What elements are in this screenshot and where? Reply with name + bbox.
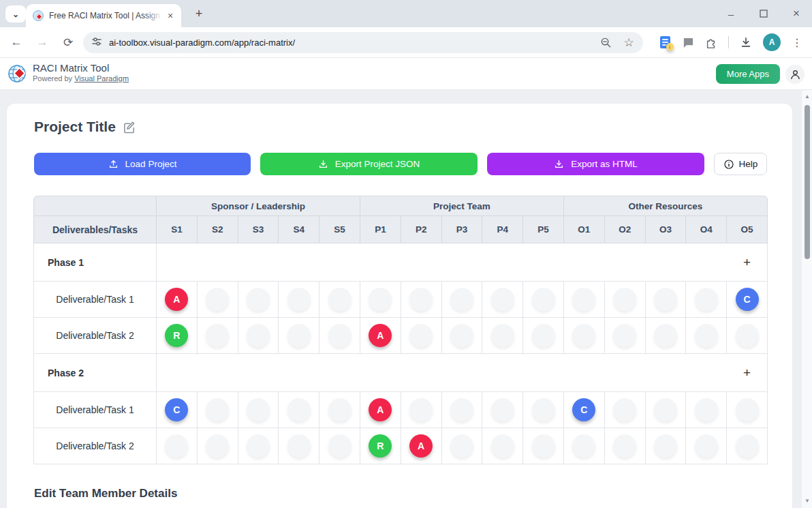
phase-label[interactable]: Phase 2 <box>33 354 157 392</box>
empty-assignment-circle[interactable] <box>247 398 270 421</box>
empty-assignment-circle[interactable] <box>613 398 636 421</box>
raci-badge-A[interactable]: A <box>409 434 433 458</box>
matrix-cell-O2[interactable] <box>605 392 646 428</box>
empty-assignment-circle[interactable] <box>654 434 677 458</box>
phase-label[interactable]: Phase 1 <box>33 243 157 282</box>
matrix-cell-S1[interactable]: C <box>157 392 198 428</box>
empty-assignment-circle[interactable] <box>695 324 718 347</box>
extensions-puzzle-icon[interactable] <box>705 36 717 48</box>
matrix-cell-O4[interactable] <box>686 392 727 428</box>
back-button[interactable]: ← <box>7 33 26 52</box>
matrix-cell-O1[interactable]: C <box>564 392 605 428</box>
empty-assignment-circle[interactable] <box>287 434 311 458</box>
matrix-cell-P4[interactable] <box>482 428 523 464</box>
matrix-cell-P5[interactable] <box>523 318 564 354</box>
matrix-column-header-S2[interactable]: S2 <box>198 216 238 243</box>
browser-profile-avatar[interactable]: A <box>763 33 781 51</box>
empty-assignment-circle[interactable] <box>491 288 514 311</box>
user-account-button[interactable] <box>785 65 805 84</box>
empty-assignment-circle[interactable] <box>206 398 229 421</box>
empty-assignment-circle[interactable] <box>532 324 555 347</box>
downloads-icon[interactable] <box>740 36 752 48</box>
matrix-cell-P5[interactable] <box>523 428 564 464</box>
docs-extension-icon[interactable]: ↓ <box>659 36 671 48</box>
add-task-button[interactable]: + <box>743 256 751 269</box>
matrix-cell-S5[interactable] <box>319 428 360 464</box>
empty-assignment-circle[interactable] <box>247 324 270 347</box>
empty-assignment-circle[interactable] <box>736 398 759 421</box>
matrix-cell-S3[interactable] <box>238 428 279 464</box>
matrix-cell-P4[interactable] <box>482 282 523 318</box>
empty-assignment-circle[interactable] <box>328 398 352 421</box>
matrix-cell-O1[interactable] <box>564 282 605 318</box>
minimize-button[interactable]: – <box>725 8 737 20</box>
empty-assignment-circle[interactable] <box>287 324 311 347</box>
bookmark-star-icon[interactable]: ☆ <box>623 37 635 49</box>
raci-badge-A[interactable]: A <box>369 398 392 421</box>
tab-close-icon[interactable]: × <box>165 10 176 21</box>
zoom-out-icon[interactable] <box>599 37 612 49</box>
empty-assignment-circle[interactable] <box>532 434 555 458</box>
empty-assignment-circle[interactable] <box>491 324 514 347</box>
raci-badge-A[interactable]: A <box>369 324 392 347</box>
raci-badge-R[interactable]: R <box>165 324 188 347</box>
matrix-column-header-P2[interactable]: P2 <box>401 216 442 243</box>
matrix-cell-S5[interactable] <box>319 318 360 354</box>
matrix-cell-S1[interactable] <box>157 428 198 464</box>
empty-assignment-circle[interactable] <box>450 288 473 311</box>
matrix-cell-O3[interactable] <box>646 318 687 354</box>
matrix-cell-O5[interactable]: C <box>727 282 768 318</box>
empty-assignment-circle[interactable] <box>695 434 718 458</box>
matrix-column-header-S4[interactable]: S4 <box>279 216 319 243</box>
export-html-button[interactable]: Export as HTML <box>487 153 704 175</box>
matrix-cell-P3[interactable] <box>442 392 483 428</box>
address-bar[interactable]: ai-toolbox.visual-paradigm.com/app/raci-… <box>83 32 643 53</box>
matrix-cell-P1[interactable] <box>360 282 401 318</box>
page-scrollbar[interactable]: ▲ ▼ <box>801 90 812 508</box>
matrix-cell-S2[interactable] <box>198 318 238 354</box>
matrix-cell-S1[interactable]: A <box>157 282 198 318</box>
empty-assignment-circle[interactable] <box>409 398 433 421</box>
matrix-cell-S5[interactable] <box>319 282 360 318</box>
matrix-cell-O2[interactable] <box>605 428 646 464</box>
task-label[interactable]: Deliverable/Task 1 <box>33 392 157 428</box>
matrix-cell-P1[interactable]: R <box>360 428 401 464</box>
load-project-button[interactable]: Load Project <box>34 153 251 175</box>
empty-assignment-circle[interactable] <box>613 434 636 458</box>
matrix-cell-S4[interactable] <box>279 428 319 464</box>
matrix-cell-P5[interactable] <box>523 392 564 428</box>
matrix-cell-S4[interactable] <box>279 282 319 318</box>
matrix-cell-P2[interactable] <box>401 392 442 428</box>
matrix-cell-O5[interactable] <box>727 392 768 428</box>
maximize-button[interactable] <box>758 8 770 20</box>
scrollbar-thumb[interactable] <box>805 105 810 259</box>
reload-button[interactable]: ⟳ <box>59 33 78 52</box>
matrix-cell-P1[interactable]: A <box>360 318 401 354</box>
matrix-cell-O5[interactable] <box>727 318 768 354</box>
matrix-cell-O1[interactable] <box>564 428 605 464</box>
empty-assignment-circle[interactable] <box>450 434 473 458</box>
site-settings-icon[interactable] <box>91 36 102 50</box>
matrix-column-header-O2[interactable]: O2 <box>605 216 646 243</box>
edit-title-icon[interactable] <box>123 121 136 134</box>
matrix-cell-S2[interactable] <box>198 282 238 318</box>
empty-assignment-circle[interactable] <box>654 288 677 311</box>
matrix-cell-S3[interactable] <box>238 392 279 428</box>
task-label[interactable]: Deliverable/Task 2 <box>33 318 157 354</box>
matrix-column-header-P5[interactable]: P5 <box>523 216 564 243</box>
matrix-column-header-S5[interactable]: S5 <box>319 216 360 243</box>
matrix-cell-O4[interactable] <box>686 428 727 464</box>
matrix-cell-P3[interactable] <box>442 428 483 464</box>
matrix-column-header-O4[interactable]: O4 <box>686 216 727 243</box>
raci-badge-R[interactable]: R <box>369 434 392 458</box>
empty-assignment-circle[interactable] <box>491 434 514 458</box>
matrix-cell-P4[interactable] <box>482 318 523 354</box>
matrix-cell-P2[interactable] <box>401 282 442 318</box>
scroll-down-icon[interactable]: ▼ <box>802 496 812 506</box>
matrix-column-header-O5[interactable]: O5 <box>727 216 768 243</box>
empty-assignment-circle[interactable] <box>736 434 759 458</box>
matrix-cell-O5[interactable] <box>727 428 768 464</box>
export-json-button[interactable]: Export Project JSON <box>260 153 478 175</box>
empty-assignment-circle[interactable] <box>450 398 473 421</box>
matrix-cell-S4[interactable] <box>279 392 319 428</box>
